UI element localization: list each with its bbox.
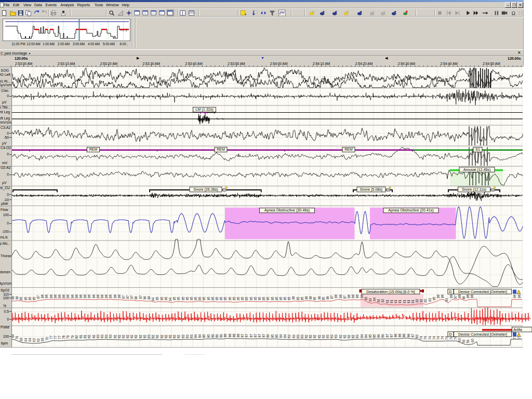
svg-text:82: 82: [164, 335, 168, 339]
svg-text:81: 81: [83, 335, 87, 339]
svg-text:96: 96: [309, 296, 312, 300]
svg-text:98: 98: [458, 294, 461, 298]
svg-text:95: 95: [194, 297, 197, 301]
svg-text:95: 95: [219, 297, 223, 301]
svg-text:95: 95: [245, 297, 248, 301]
svg-text:95: 95: [28, 297, 32, 301]
svg-text:Snore (5.08s): Snore (5.08s): [360, 187, 383, 192]
svg-text:82: 82: [177, 335, 180, 339]
svg-text:87: 87: [262, 334, 265, 338]
svg-text:83: 83: [190, 334, 193, 338]
svg-text:82: 82: [168, 335, 172, 339]
svg-text:63: 63: [458, 338, 461, 342]
svg-text:95: 95: [19, 297, 23, 301]
svg-text:56: 56: [462, 339, 466, 343]
svg-text:97: 97: [330, 295, 334, 299]
svg-text:85: 85: [275, 334, 278, 338]
svg-text:74: 74: [436, 336, 440, 340]
svg-text:98: 98: [355, 294, 359, 298]
svg-text:77: 77: [58, 335, 61, 339]
svg-text:88: 88: [407, 334, 410, 338]
svg-text:Snore (26.36s): Snore (26.36s): [193, 187, 218, 192]
svg-text:92: 92: [415, 299, 419, 303]
svg-text:92: 92: [419, 299, 423, 303]
svg-text:98: 98: [41, 294, 44, 298]
svg-text:82: 82: [339, 335, 342, 339]
svg-text:76: 76: [15, 336, 19, 340]
svg-text:REM: REM: [217, 148, 225, 151]
svg-text:92: 92: [377, 299, 380, 303]
svg-text:93: 93: [368, 298, 372, 302]
svg-text:95: 95: [254, 297, 257, 301]
svg-text:84: 84: [283, 334, 287, 338]
svg-text:96: 96: [143, 296, 147, 300]
svg-text:82: 82: [151, 335, 155, 339]
svg-text:97: 97: [139, 295, 142, 299]
svg-text:88: 88: [232, 334, 236, 338]
svg-text:83: 83: [100, 334, 104, 338]
svg-text:95: 95: [156, 297, 159, 301]
svg-text:95: 95: [249, 297, 253, 301]
svg-text:91: 91: [407, 299, 410, 303]
svg-text:96: 96: [317, 296, 321, 300]
svg-text:83: 83: [104, 334, 108, 338]
svg-text:97: 97: [130, 295, 134, 299]
svg-text:88: 88: [228, 334, 232, 338]
svg-text:95: 95: [164, 297, 168, 301]
svg-text:Apnea Obstructive (20.41s): Apnea Obstructive (20.41s): [388, 208, 434, 212]
svg-text:62: 62: [36, 338, 40, 342]
svg-text:77: 77: [54, 335, 57, 339]
svg-text:95: 95: [24, 297, 28, 301]
svg-text:96: 96: [462, 296, 466, 300]
svg-text:95: 95: [181, 297, 185, 301]
svg-text:82: 82: [135, 335, 138, 339]
svg-text:95: 95: [198, 297, 202, 301]
svg-text:84: 84: [360, 334, 364, 338]
svg-text:95: 95: [432, 297, 436, 301]
svg-text:82: 82: [160, 335, 164, 339]
svg-text:82: 82: [156, 335, 159, 339]
svg-text:83: 83: [415, 334, 419, 338]
svg-text:81: 81: [79, 335, 83, 339]
svg-text:82: 82: [87, 335, 91, 339]
svg-text:96: 96: [135, 296, 138, 300]
svg-text:83: 83: [330, 334, 334, 338]
svg-text:85: 85: [373, 334, 376, 338]
svg-text:Desaturation (15.00s) [6.0 %]: Desaturation (15.00s) [6.0 %]: [366, 289, 415, 294]
svg-text:98: 98: [104, 294, 108, 298]
svg-text:95: 95: [287, 297, 291, 301]
svg-text:82: 82: [117, 335, 121, 339]
svg-text:87: 87: [258, 334, 261, 338]
svg-text:77: 77: [49, 335, 53, 339]
svg-text:98: 98: [466, 294, 470, 298]
svg-text:94: 94: [151, 297, 155, 301]
svg-text:91: 91: [411, 299, 415, 303]
svg-text:98: 98: [517, 294, 521, 298]
svg-text:66: 66: [41, 337, 44, 341]
svg-text:94: 94: [373, 297, 376, 301]
svg-text:95: 95: [177, 297, 180, 301]
svg-text:98: 98: [79, 294, 83, 298]
svg-text:78: 78: [62, 335, 65, 339]
svg-text:82: 82: [347, 335, 351, 339]
svg-text:87: 87: [245, 334, 248, 338]
svg-text:83: 83: [109, 334, 112, 338]
svg-text:97: 97: [36, 295, 40, 299]
svg-text:95: 95: [241, 297, 244, 301]
svg-text:98: 98: [339, 294, 342, 298]
svg-text:98: 98: [449, 294, 453, 298]
svg-text:95: 95: [211, 297, 215, 301]
svg-text:98: 98: [62, 294, 65, 298]
svg-text:92: 92: [381, 299, 385, 303]
svg-text:91: 91: [403, 299, 406, 303]
svg-text:96: 96: [147, 296, 151, 300]
svg-text:98: 98: [96, 294, 100, 298]
svg-text:74: 74: [428, 336, 432, 340]
svg-text:98: 98: [347, 294, 351, 298]
svg-text:83: 83: [334, 334, 338, 338]
svg-text:95: 95: [215, 297, 219, 301]
svg-text:95: 95: [203, 297, 206, 301]
svg-text:85: 85: [368, 334, 372, 338]
svg-text:83: 83: [185, 334, 189, 338]
svg-text:83: 83: [326, 334, 329, 338]
